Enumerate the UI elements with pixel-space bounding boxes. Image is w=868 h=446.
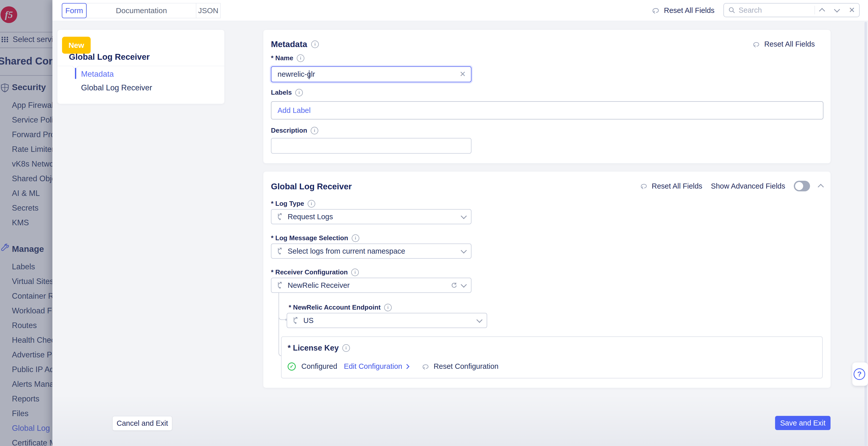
log-type-value: Request Logs [288,213,458,221]
selector-icon [277,247,284,255]
required-marker: * [271,54,274,62]
selector-icon [277,281,284,289]
undo-icon [752,41,761,48]
info-icon[interactable] [342,344,350,352]
panel-header: Form Documentation JSON Reset All Fields [53,0,868,21]
receiver-configuration-select[interactable]: NewRelic Receiver [271,278,471,293]
info-icon[interactable] [384,304,392,311]
description-field-label: Description [271,127,307,134]
undo-icon [652,7,660,14]
metadata-card: Metadata Reset All Fields * Name newreli… [264,30,831,163]
chevron-down-icon[interactable] [834,6,840,12]
edit-configuration-label: Edit Configuration [344,362,402,371]
chevron-up-icon[interactable] [819,8,825,14]
divider [58,66,224,66]
search-placeholder: Search [739,6,809,14]
required-marker: * [289,304,291,311]
log-message-selection-value: Select logs from current namespace [288,247,458,255]
toggle-knob [795,182,803,190]
info-icon[interactable] [297,55,304,62]
nav-item-global-log-receiver[interactable]: Global Log Receiver [81,83,152,92]
info-icon[interactable] [311,40,319,48]
app-window: f5 Select servic Shared Config [0,0,868,446]
license-key-box: * License Key Configured Edit Configurat… [281,337,823,378]
log-type-select[interactable]: Request Logs [271,209,471,224]
info-icon[interactable] [352,234,359,242]
chevron-down-icon [461,213,467,219]
new-badge: New [62,37,91,54]
info-icon[interactable] [308,200,315,208]
tab-json[interactable]: JSON [196,3,221,18]
search-icon [728,6,736,14]
labels-input[interactable]: Add Label [271,101,824,120]
name-input[interactable]: newrelic-glr ✕ [271,66,471,82]
required-marker: * [288,344,291,352]
global-log-receiver-card: Global Log Receiver Reset All Fields Sho… [264,171,831,388]
form-nav-title: Global Log Receiver [69,52,150,62]
license-key-status: Configured [301,362,337,371]
receiver-configuration-value: NewRelic Receiver [288,281,446,290]
required-marker: * [271,268,274,276]
save-and-exit-button[interactable]: Save and Exit [775,416,831,430]
metadata-card-title: Metadata [271,39,307,49]
add-label-button[interactable]: Add Label [278,106,311,115]
undo-icon [640,183,648,190]
chevron-down-icon [476,317,483,323]
selector-icon [292,316,299,324]
reset-all-fields-label: Reset All Fields [664,6,715,15]
chevron-right-icon [405,364,410,369]
license-key-label: License Key [293,344,339,352]
required-marker: * [271,234,274,242]
labels-field-label: Labels [271,89,292,96]
footer-bar [53,395,868,446]
clear-input-icon[interactable]: ✕ [460,70,466,78]
refresh-icon[interactable] [451,282,458,289]
tab-documentation[interactable]: Documentation [87,3,196,18]
selector-icon [277,213,284,221]
advanced-fields-toggle[interactable] [794,181,810,191]
reset-configuration-button[interactable]: Reset Configuration [433,362,498,371]
glr-card-title: Global Log Receiver [271,182,352,191]
help-icon [854,368,865,380]
log-type-label: Log Type [275,200,304,207]
description-input[interactable] [271,138,471,154]
chevron-down-icon [461,282,467,288]
info-icon[interactable] [351,268,359,276]
newrelic-account-endpoint-value: US [303,316,473,325]
active-section-indicator [75,68,76,79]
help-button[interactable] [852,362,868,386]
tab-form[interactable]: Form [62,3,87,18]
chevron-down-icon [461,247,467,253]
form-nav-card: New Global Log Receiver Metadata Global … [58,30,224,104]
reset-all-fields-label: Reset All Fields [764,40,815,49]
nav-item-metadata[interactable]: Metadata [81,70,114,79]
info-icon[interactable] [295,89,303,96]
collapse-card-icon[interactable] [817,184,824,190]
info-icon[interactable] [311,127,318,134]
log-message-selection-label: Log Message Selection [275,234,348,242]
text-caret [309,70,309,79]
divider [814,6,815,14]
edit-configuration-link[interactable]: Edit Configuration [344,362,409,371]
reset-all-fields-button[interactable]: Reset All Fields [652,0,715,21]
close-icon[interactable]: ✕ [849,6,855,14]
search-input[interactable]: Search ✕ [723,3,860,17]
card-reset-all-fields-button[interactable]: Reset All Fields [640,182,703,190]
slideover-panel: Form Documentation JSON Reset All Fields [53,0,868,446]
name-value: newrelic-glr [278,70,315,78]
reset-all-fields-label: Reset All Fields [652,182,703,190]
log-message-selection-select[interactable]: Select logs from current namespace [271,244,471,259]
receiver-configuration-label: Receiver Configuration [275,268,348,276]
check-circle-icon [288,362,296,371]
modal-dim-overlay [0,0,53,446]
required-marker: * [271,200,274,207]
name-field-label: Name [275,54,293,62]
card-reset-all-fields-button[interactable]: Reset All Fields [752,40,815,49]
newrelic-account-endpoint-label: NewRelic Account Endpoint [293,304,380,311]
left-sidebar: f5 Select servic Shared Config [0,0,53,446]
undo-icon [422,363,430,370]
show-advanced-fields-label: Show Advanced Fields [711,182,785,190]
cancel-and-exit-button[interactable]: Cancel and Exit [113,416,172,431]
newrelic-account-endpoint-select[interactable]: US [287,313,487,328]
